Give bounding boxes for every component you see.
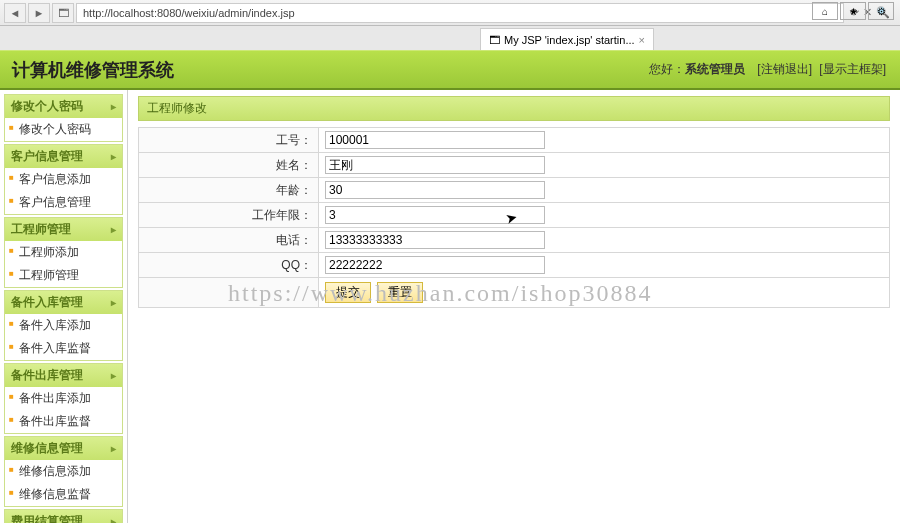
form-label: 工作年限： bbox=[139, 203, 319, 228]
form-button-row: 提交重置 bbox=[139, 278, 890, 308]
sidebar-category: 维修信息管理▸维修信息添加维修信息监督 bbox=[4, 436, 123, 507]
sidebar-item[interactable]: 备件出库添加 bbox=[5, 387, 122, 410]
header-user-area: 您好：系统管理员 [注销退出] [显示主框架] bbox=[649, 61, 888, 78]
sidebar-category-body: 备件出库添加备件出库监督 bbox=[5, 387, 122, 433]
form-buttons-cell: 提交重置 bbox=[319, 278, 890, 308]
forward-button[interactable]: ► bbox=[28, 3, 50, 23]
panel-title: 工程师修改 bbox=[138, 96, 890, 121]
form-input[interactable] bbox=[325, 206, 545, 224]
form-row: 工号： bbox=[139, 128, 890, 153]
form-label: 年龄： bbox=[139, 178, 319, 203]
sidebar-item[interactable]: 备件出库监督 bbox=[5, 410, 122, 433]
chevron-icon: ▸ bbox=[111, 516, 116, 523]
sidebar-item[interactable]: 修改个人密码 bbox=[5, 118, 122, 141]
url-text: http://localhost:8080/weixiu/admin/index… bbox=[83, 7, 295, 19]
form-input[interactable] bbox=[325, 256, 545, 274]
form-cell bbox=[319, 253, 890, 278]
chevron-icon: ▸ bbox=[111, 297, 116, 308]
sidebar-category-header[interactable]: 备件入库管理▸ bbox=[5, 291, 122, 314]
chevron-icon: ▸ bbox=[111, 151, 116, 162]
sidebar-item[interactable]: 维修信息添加 bbox=[5, 460, 122, 483]
sidebar-category-header[interactable]: 工程师管理▸ bbox=[5, 218, 122, 241]
form-cell bbox=[319, 153, 890, 178]
sidebar-category-body: 工程师添加工程师管理 bbox=[5, 241, 122, 287]
sidebar-category-header[interactable]: 费用结算管理▸ bbox=[5, 510, 122, 523]
chevron-icon: ▸ bbox=[111, 443, 116, 454]
sidebar-category-body: 客户信息添加客户信息管理 bbox=[5, 168, 122, 214]
browser-toolbar: ◄ ► 🗔 http://localhost:8080/weixiu/admin… bbox=[0, 0, 900, 26]
tab-favicon: 🗔 bbox=[489, 34, 500, 46]
form-cell bbox=[319, 228, 890, 253]
sidebar-nav: 修改个人密码▸修改个人密码客户信息管理▸客户信息添加客户信息管理工程师管理▸工程… bbox=[0, 90, 128, 523]
sidebar-category-header[interactable]: 维修信息管理▸ bbox=[5, 437, 122, 460]
form-row: 姓名： bbox=[139, 153, 890, 178]
sidebar-category-body: 维修信息添加维修信息监督 bbox=[5, 460, 122, 506]
content-area: 工程师修改 工号：姓名：年龄：工作年限：电话：QQ：提交重置 https://w… bbox=[128, 90, 900, 523]
welcome-prefix: 您好： bbox=[649, 62, 685, 76]
back-button[interactable]: ◄ bbox=[4, 3, 26, 23]
form-input[interactable] bbox=[325, 231, 545, 249]
form-label: QQ： bbox=[139, 253, 319, 278]
tab-strip: 🗔 My JSP 'index.jsp' startin... × bbox=[0, 26, 900, 50]
form-label: 姓名： bbox=[139, 153, 319, 178]
sidebar-category-title: 客户信息管理 bbox=[11, 148, 83, 165]
app-header: 计算机维修管理系统 您好：系统管理员 [注销退出] [显示主框架] bbox=[0, 50, 900, 90]
sidebar-item[interactable]: 备件入库监督 bbox=[5, 337, 122, 360]
form-cell bbox=[319, 203, 890, 228]
form-label-empty bbox=[139, 278, 319, 308]
sidebar-category-body: 修改个人密码 bbox=[5, 118, 122, 141]
sidebar-category-title: 备件出库管理 bbox=[11, 367, 83, 384]
gear-icon[interactable]: ⚙ bbox=[868, 2, 894, 20]
chevron-icon: ▸ bbox=[111, 370, 116, 381]
sidebar-category-title: 备件入库管理 bbox=[11, 294, 83, 311]
sidebar-category-header[interactable]: 备件出库管理▸ bbox=[5, 364, 122, 387]
system-title: 计算机维修管理系统 bbox=[12, 58, 174, 82]
reset-button[interactable]: 重置 bbox=[377, 282, 423, 303]
form-row: 电话： bbox=[139, 228, 890, 253]
form-row: 年龄： bbox=[139, 178, 890, 203]
submit-button[interactable]: 提交 bbox=[325, 282, 371, 303]
form-input[interactable] bbox=[325, 181, 545, 199]
window-controls: ⌂ ★ ⚙ bbox=[812, 2, 894, 20]
sidebar-category-header[interactable]: 客户信息管理▸ bbox=[5, 145, 122, 168]
form-cell bbox=[319, 178, 890, 203]
sidebar-category: 工程师管理▸工程师添加工程师管理 bbox=[4, 217, 123, 288]
sidebar-category: 费用结算管理▸费用结算添加费用结算监督 bbox=[4, 509, 123, 523]
form-input[interactable] bbox=[325, 131, 545, 149]
tab-close-icon[interactable]: × bbox=[639, 34, 645, 46]
sidebar-category: 备件出库管理▸备件出库添加备件出库监督 bbox=[4, 363, 123, 434]
logout-link[interactable]: [注销退出] bbox=[757, 62, 812, 76]
sidebar-item[interactable]: 工程师添加 bbox=[5, 241, 122, 264]
user-role: 系统管理员 bbox=[685, 62, 745, 76]
page-icon: 🗔 bbox=[52, 3, 74, 23]
chevron-icon: ▸ bbox=[111, 101, 116, 112]
sidebar-item[interactable]: 工程师管理 bbox=[5, 264, 122, 287]
sidebar-item[interactable]: 维修信息监督 bbox=[5, 483, 122, 506]
sidebar-item[interactable]: 备件入库添加 bbox=[5, 314, 122, 337]
tab-title: My JSP 'index.jsp' startin... bbox=[504, 34, 635, 46]
sidebar-category: 客户信息管理▸客户信息添加客户信息管理 bbox=[4, 144, 123, 215]
sidebar-category-title: 修改个人密码 bbox=[11, 98, 83, 115]
form-row: 工作年限： bbox=[139, 203, 890, 228]
show-frame-link[interactable]: [显示主框架] bbox=[819, 62, 886, 76]
address-bar[interactable]: http://localhost:8080/weixiu/admin/index… bbox=[76, 3, 844, 23]
engineer-form: 工号：姓名：年龄：工作年限：电话：QQ：提交重置 bbox=[138, 127, 890, 308]
sidebar-category: 修改个人密码▸修改个人密码 bbox=[4, 94, 123, 142]
form-input[interactable] bbox=[325, 156, 545, 174]
star-icon[interactable]: ★ bbox=[840, 2, 866, 20]
form-cell bbox=[319, 128, 890, 153]
home-icon[interactable]: ⌂ bbox=[812, 2, 838, 20]
browser-tab[interactable]: 🗔 My JSP 'index.jsp' startin... × bbox=[480, 28, 654, 50]
form-label: 工号： bbox=[139, 128, 319, 153]
sidebar-category: 备件入库管理▸备件入库添加备件入库监督 bbox=[4, 290, 123, 361]
sidebar-category-header[interactable]: 修改个人密码▸ bbox=[5, 95, 122, 118]
sidebar-category-title: 工程师管理 bbox=[11, 221, 71, 238]
sidebar-category-title: 维修信息管理 bbox=[11, 440, 83, 457]
sidebar-item[interactable]: 客户信息添加 bbox=[5, 168, 122, 191]
form-row: QQ： bbox=[139, 253, 890, 278]
form-label: 电话： bbox=[139, 228, 319, 253]
chevron-icon: ▸ bbox=[111, 224, 116, 235]
sidebar-item[interactable]: 客户信息管理 bbox=[5, 191, 122, 214]
sidebar-category-title: 费用结算管理 bbox=[11, 513, 83, 523]
sidebar-category-body: 备件入库添加备件入库监督 bbox=[5, 314, 122, 360]
